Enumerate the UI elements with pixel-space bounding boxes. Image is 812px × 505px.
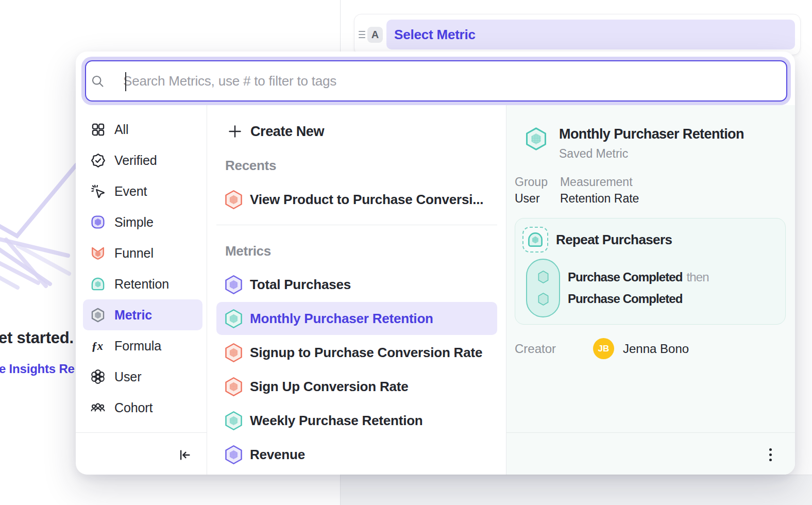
sidebar-item-metric[interactable]: Metric (83, 299, 202, 330)
simple-metric-icon (90, 213, 106, 231)
row-letter-badge: A (367, 27, 383, 43)
select-metric-pill[interactable]: Select Metric (386, 20, 795, 49)
retention-metric-icon (90, 275, 106, 293)
select-metric-pill-label: Select Metric (394, 27, 476, 43)
detail-title: Monthly Purchaser Retention (559, 125, 744, 143)
funnel-hexagon-icon (223, 342, 244, 363)
definition-event-icon (522, 227, 548, 252)
search-icon (91, 74, 105, 88)
sidebar-item-event[interactable]: Event (83, 176, 202, 207)
list-item-signup-to-purchase-conversion-rate[interactable]: Signup to Purchase Conversion Rate (216, 336, 497, 369)
list-item-sign-up-conversion-rate[interactable]: Sign Up Conversion Rate (216, 370, 497, 403)
list-item-weekly-purchase-retention[interactable]: Weekly Purchase Retention (216, 404, 497, 437)
sidebar-item-cohort[interactable]: Cohort (83, 392, 202, 423)
metric-definition-card: Repeat Purchasers Purchase Completedthen… (515, 218, 786, 325)
measurement-field-label: Measurement (560, 175, 639, 189)
retention-hexagon-icon (523, 126, 549, 152)
sidebar-item-retention[interactable]: Retention (83, 268, 202, 299)
list-divider (216, 225, 497, 225)
measurement-field-value: Retention Rate (560, 191, 639, 206)
creator-name: Jenna Bono (623, 342, 689, 356)
funnel-hexagon-icon (223, 189, 244, 210)
background-footer-area (341, 475, 812, 505)
group-field-label: Group (515, 175, 548, 189)
background-link-fragment[interactable]: e Insights Re (0, 362, 75, 376)
group-field-value: User (515, 191, 548, 206)
definition-connector: then (687, 270, 709, 284)
step-hexagon-icon (537, 292, 549, 306)
creator-row: Creator JB Jenna Bono (515, 338, 786, 359)
verified-badge-icon (90, 152, 106, 169)
retention-hexagon-icon (223, 410, 244, 431)
background-heading-fragment: et started. (0, 329, 74, 347)
drag-handle-icon[interactable] (359, 31, 365, 39)
user-cluster-icon (90, 368, 106, 385)
list-item-recent[interactable]: View Product to Purchase Conversi... (216, 182, 497, 216)
metric-picker-modal: All Verified Event Simple (76, 52, 795, 475)
definition-step-2: Purchase Completed (568, 291, 709, 307)
definition-name: Repeat Purchasers (556, 232, 672, 248)
event-cursor-icon (90, 182, 106, 200)
definition-step-1: Purchase Completedthen (568, 270, 709, 285)
search-focus-ring (81, 57, 791, 105)
sidebar-item-formula[interactable]: Formula (83, 330, 202, 361)
sidebar-item-verified[interactable]: Verified (83, 145, 202, 176)
grid-icon (90, 121, 106, 138)
list-item-monthly-purchaser-retention[interactable]: Monthly Purchaser Retention (216, 302, 497, 335)
list-item-revenue[interactable]: Revenue (216, 438, 497, 471)
sidebar-item-simple[interactable]: Simple (83, 207, 202, 238)
cohort-people-icon (90, 399, 106, 416)
create-new-button[interactable]: Create New (216, 116, 497, 147)
collapse-sidebar-icon[interactable] (178, 448, 192, 462)
detail-footer-divider (506, 432, 795, 433)
simple-hexagon-icon (223, 444, 244, 465)
recents-section-header: Recents (225, 157, 497, 174)
query-builder-row: A Select Metric (354, 14, 801, 55)
detail-subtitle: Saved Metric (559, 146, 744, 161)
search-box[interactable] (85, 60, 787, 102)
sidebar-item-funnel[interactable]: Funnel (83, 238, 202, 268)
sidebar-footer-divider (76, 432, 207, 433)
sidebar-item-all[interactable]: All (83, 114, 202, 145)
creator-avatar: JB (593, 338, 614, 359)
screen: et started. e Insights Re A Select Metri… (0, 0, 812, 505)
retention-hexagon-icon (223, 308, 244, 329)
funnel-metric-icon (90, 244, 106, 262)
plus-icon (228, 124, 242, 139)
metric-hexagon-icon (90, 306, 106, 324)
funnel-hexagon-icon (223, 376, 244, 397)
creator-label: Creator (515, 342, 593, 356)
sidebar-item-user[interactable]: User (83, 361, 202, 392)
metrics-section-header: Metrics (225, 242, 497, 260)
step-hexagon-icon (537, 270, 549, 284)
metric-list-panel: Create New Recents View Product to Purch… (207, 105, 506, 475)
formula-icon (90, 337, 106, 355)
simple-hexagon-icon (223, 274, 244, 295)
search-input[interactable] (105, 61, 786, 100)
more-options-kebab-icon[interactable] (763, 446, 778, 463)
definition-steps-capsule (526, 259, 560, 317)
category-sidebar: All Verified Event Simple (76, 105, 207, 475)
metric-detail-panel: Monthly Purchaser Retention Saved Metric… (506, 105, 795, 475)
decorative-line-illustration (0, 155, 77, 325)
text-caret (125, 72, 126, 91)
list-item-total-purchases[interactable]: Total Purchases (216, 268, 497, 301)
